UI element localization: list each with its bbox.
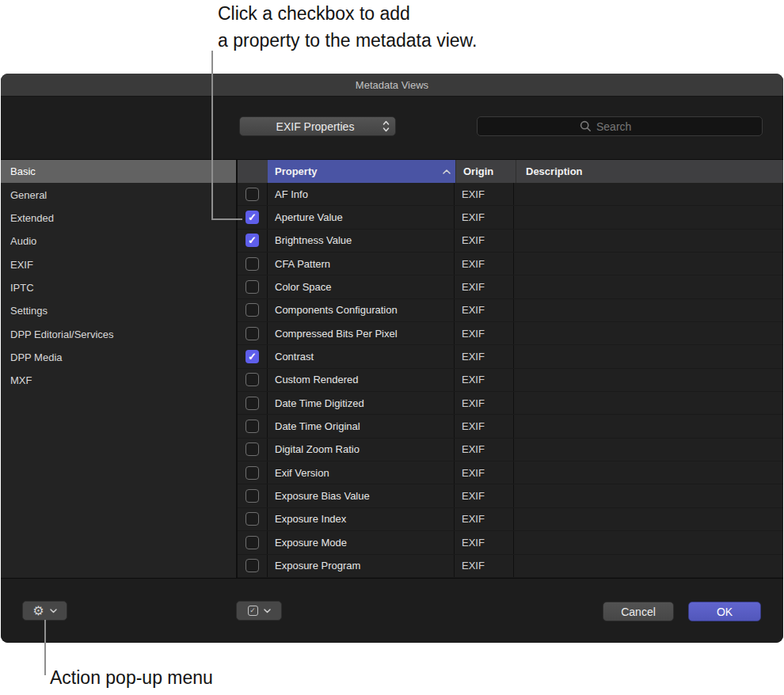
top-annotation-line1: Click a checkbox to add <box>218 0 477 27</box>
checkbox-cell <box>238 392 268 414</box>
category-sidebar: BasicGeneralExtendedAudioEXIFIPTCSetting… <box>1 160 238 578</box>
cancel-button-label: Cancel <box>621 606 656 618</box>
property-cell: Exposure Mode <box>268 531 455 553</box>
top-annotation-leader-line <box>211 51 242 220</box>
sidebar-item-audio[interactable]: Audio <box>1 230 236 253</box>
row-checkbox[interactable] <box>245 327 259 340</box>
updown-chevron-icon <box>382 120 390 132</box>
description-cell <box>514 439 783 461</box>
origin-cell: EXIF <box>455 275 514 298</box>
sidebar-item-iptc[interactable]: IPTC <box>1 276 236 299</box>
search-field[interactable] <box>477 116 763 136</box>
view-popup-value: EXIF Properties <box>240 120 382 133</box>
property-cell: Digital Zoom Ratio <box>268 439 455 461</box>
row-checkbox[interactable] <box>245 350 259 363</box>
header-origin-label: Origin <box>463 165 493 177</box>
description-cell <box>514 183 783 205</box>
description-cell <box>514 415 783 437</box>
row-checkbox[interactable] <box>245 280 259 294</box>
action-popup-button[interactable]: ⚙ <box>22 601 67 621</box>
property-cell: Date Time Digitized <box>268 392 455 414</box>
origin-cell: EXIF <box>455 183 514 205</box>
cancel-button[interactable]: Cancel <box>603 602 674 621</box>
row-checkbox[interactable] <box>245 420 259 433</box>
row-checkbox[interactable] <box>245 257 259 271</box>
row-checkbox[interactable] <box>245 559 259 572</box>
row-checkbox[interactable] <box>245 489 259 503</box>
table-row[interactable]: Date Time OriginalEXIF <box>238 415 783 438</box>
search-input[interactable] <box>596 120 660 133</box>
checkbox-cell <box>238 253 268 275</box>
screenshot-root: Click a checkbox to add a property to th… <box>0 0 784 695</box>
property-cell: Color Space <box>268 275 455 298</box>
origin-cell: EXIF <box>455 206 514 228</box>
footer-bar: ⚙ ✓ Cancel OK <box>1 578 783 643</box>
description-cell <box>514 345 783 367</box>
sidebar-item-settings[interactable]: Settings <box>1 299 236 322</box>
row-checkbox[interactable] <box>245 536 259 549</box>
checkbox-cell <box>238 439 268 461</box>
table-row[interactable]: CFA PatternEXIF <box>238 253 783 275</box>
top-annotation-line2: a property to the metadata view. <box>218 27 477 54</box>
table-row[interactable]: Exposure IndexEXIF <box>238 508 783 531</box>
table-row[interactable]: Digital Zoom RatioEXIF <box>238 439 783 461</box>
table-body: AF InfoEXIFAperture ValueEXIFBrightness … <box>238 183 783 578</box>
row-checkbox[interactable] <box>245 188 259 201</box>
description-cell <box>514 555 783 577</box>
table-row[interactable]: ContrastEXIF <box>238 345 783 368</box>
description-cell <box>514 484 783 507</box>
header-description-label: Description <box>526 165 583 177</box>
row-checkbox[interactable] <box>245 466 259 480</box>
table-row[interactable]: Exposure Bias ValueEXIF <box>238 484 783 507</box>
table-row[interactable]: Color SpaceEXIF <box>238 275 783 298</box>
table-row[interactable]: Compressed Bits Per PixelEXIF <box>238 322 783 345</box>
origin-cell: EXIF <box>455 415 514 437</box>
row-checkbox[interactable] <box>245 234 259 247</box>
table-row[interactable]: AF InfoEXIF <box>238 183 783 206</box>
ok-button-label: OK <box>717 606 733 618</box>
description-cell <box>514 322 783 344</box>
row-checkbox[interactable] <box>245 512 259 526</box>
view-popup-button[interactable]: EXIF Properties <box>239 116 396 136</box>
property-cell: CFA Pattern <box>268 253 455 275</box>
sidebar-item-dpp-media[interactable]: DPP Media <box>1 346 236 369</box>
row-checkbox[interactable] <box>245 397 259 410</box>
checkbox-cell <box>238 415 268 437</box>
checkbox-cell <box>238 275 268 298</box>
bottom-annotation: Action pop-up menu <box>50 664 213 691</box>
table-header: Property Origin Description <box>238 160 783 183</box>
description-cell <box>514 206 783 228</box>
header-property[interactable]: Property <box>268 160 455 183</box>
header-origin[interactable]: Origin <box>455 160 516 183</box>
origin-cell: EXIF <box>455 531 514 553</box>
sidebar-item-extended[interactable]: Extended <box>1 207 236 230</box>
table-row[interactable]: Components ConfigurationEXIF <box>238 299 783 322</box>
chevron-down-icon <box>50 609 57 613</box>
header-description[interactable]: Description <box>516 160 783 183</box>
row-checkbox[interactable] <box>245 373 259 386</box>
sidebar-item-general[interactable]: General <box>1 183 236 206</box>
row-checkbox[interactable] <box>245 303 259 317</box>
sidebar-item-mxf[interactable]: MXF <box>1 369 236 392</box>
checkbox-popup-button[interactable]: ✓ <box>236 601 282 621</box>
table-row[interactable]: Aperture ValueEXIF <box>238 206 783 229</box>
table-row[interactable]: Exposure ModeEXIF <box>238 531 783 554</box>
chevron-down-icon <box>264 609 271 613</box>
search-icon <box>580 120 592 132</box>
sidebar-item-dpp-editorial-services[interactable]: DPP Editorial/Services <box>1 322 236 345</box>
row-checkbox[interactable] <box>245 211 259 224</box>
table-row[interactable]: Exif VersionEXIF <box>238 461 783 484</box>
checkbox-cell <box>238 531 268 553</box>
checkbox-cell <box>238 299 268 321</box>
sidebar-item-exif[interactable]: EXIF <box>1 253 236 275</box>
description-cell <box>514 531 783 553</box>
row-checkbox[interactable] <box>245 442 259 456</box>
sort-ascending-icon <box>443 169 451 174</box>
ok-button[interactable]: OK <box>688 602 761 621</box>
sidebar-item-basic[interactable]: Basic <box>1 160 236 183</box>
table-row[interactable]: Date Time DigitizedEXIF <box>238 392 783 415</box>
table-row[interactable]: Custom RenderedEXIF <box>238 369 783 392</box>
origin-cell: EXIF <box>455 461 514 484</box>
table-row[interactable]: Exposure ProgramEXIF <box>238 555 783 578</box>
table-row[interactable]: Brightness ValueEXIF <box>238 230 783 253</box>
